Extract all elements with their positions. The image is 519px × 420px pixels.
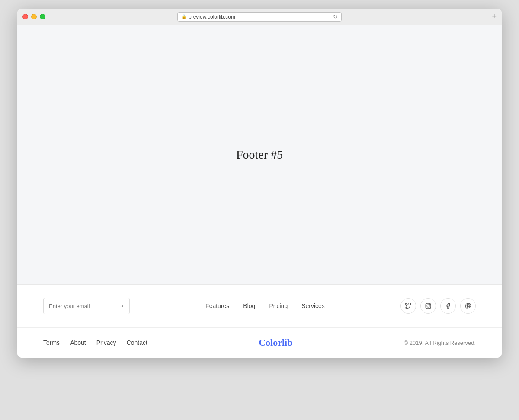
url-text: preview.colorlib.com xyxy=(189,14,331,20)
nav-link-features[interactable]: Features xyxy=(205,302,229,309)
copyright-text: © 2019. All Rights Reserved. xyxy=(404,340,476,346)
maximize-button[interactable] xyxy=(40,14,45,19)
facebook-icon[interactable] xyxy=(440,298,456,314)
footer-link-terms[interactable]: Terms xyxy=(43,339,60,346)
close-button[interactable] xyxy=(22,14,28,19)
reload-icon[interactable]: ↻ xyxy=(333,13,338,20)
svg-point-2 xyxy=(429,304,430,305)
svg-point-1 xyxy=(427,305,429,307)
nav-link-blog[interactable]: Blog xyxy=(243,302,255,309)
browser-window: 🔒 preview.colorlib.com ↻ + Footer #5 → F… xyxy=(17,9,502,358)
nav-link-services[interactable]: Services xyxy=(301,302,325,309)
email-submit-button[interactable]: → xyxy=(113,298,130,314)
instagram-icon[interactable] xyxy=(420,298,436,314)
lock-icon: 🔒 xyxy=(181,14,186,19)
footer-link-contact[interactable]: Contact xyxy=(127,339,147,346)
email-form: → xyxy=(43,298,130,314)
address-bar[interactable]: 🔒 preview.colorlib.com ↻ xyxy=(177,12,342,22)
footer-main: → Features Blog Pricing Services xyxy=(17,284,502,327)
page-title: Footer #5 xyxy=(236,148,283,162)
email-input[interactable] xyxy=(44,299,113,314)
footer-link-privacy[interactable]: Privacy xyxy=(96,339,116,346)
svg-rect-0 xyxy=(426,303,431,309)
footer-bottom: Terms About Privacy Contact Colorlib © 2… xyxy=(17,327,502,358)
twitter-icon[interactable] xyxy=(400,298,416,314)
brand-logo[interactable]: Colorlib xyxy=(259,337,292,348)
footer-link-about[interactable]: About xyxy=(70,339,86,346)
footer-nav: Features Blog Pricing Services xyxy=(205,302,325,309)
new-tab-button[interactable]: + xyxy=(492,12,497,21)
footer-social xyxy=(400,298,476,314)
minimize-button[interactable] xyxy=(31,14,37,19)
nav-link-pricing[interactable]: Pricing xyxy=(269,302,288,309)
browser-traffic-lights xyxy=(22,14,45,19)
pinterest-icon[interactable] xyxy=(460,298,476,314)
page-main-content: Footer #5 xyxy=(17,25,502,284)
footer-bottom-nav: Terms About Privacy Contact xyxy=(43,339,147,346)
browser-titlebar: 🔒 preview.colorlib.com ↻ + xyxy=(17,9,502,25)
